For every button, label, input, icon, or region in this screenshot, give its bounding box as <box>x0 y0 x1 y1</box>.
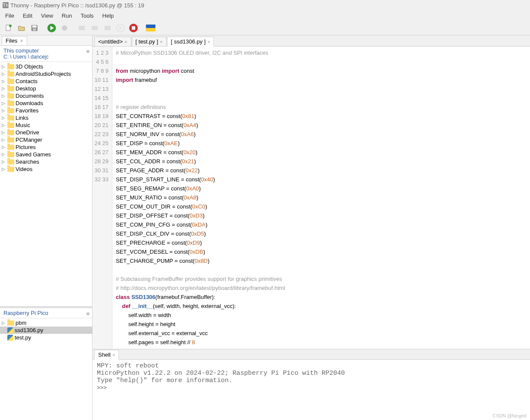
svg-text:Th: Th <box>3 3 8 8</box>
tree-item-label: 3D Objects <box>15 63 43 70</box>
tree-item-label: Links <box>15 115 28 121</box>
run-button[interactable] <box>46 22 58 34</box>
files-panel-tabbar: Files× <box>0 35 92 46</box>
tree-item[interactable]: ▷pbm <box>0 319 92 327</box>
menu-run[interactable]: Run <box>57 12 76 20</box>
expand-arrow-icon[interactable]: ▷ <box>2 64 6 69</box>
shell-output[interactable]: MPY: soft rebootMicroPython v1.22.2 on 2… <box>93 360 530 420</box>
save-button[interactable] <box>28 22 40 34</box>
step-out-button <box>102 22 114 34</box>
tree-item-label: Music <box>15 122 30 128</box>
tree-item[interactable]: ▷Videos <box>0 165 92 173</box>
tree-item[interactable]: ▷Desktop <box>0 85 92 92</box>
expand-arrow-icon[interactable]: ▷ <box>2 123 6 128</box>
files-location-title: This computer <box>3 47 89 54</box>
menu-view[interactable]: View <box>37 12 57 20</box>
expand-arrow-icon[interactable]: ▷ <box>2 86 6 91</box>
folder-icon <box>7 108 14 113</box>
support-ukraine-button[interactable] <box>145 22 157 34</box>
svg-rect-4 <box>32 25 37 28</box>
expand-arrow-icon[interactable]: ▷ <box>2 72 6 76</box>
expand-arrow-icon[interactable]: ▷ <box>2 115 6 120</box>
tree-item-label: Favorites <box>15 107 38 114</box>
python-file-icon <box>7 335 13 341</box>
tree-item-label: Contacts <box>15 78 37 84</box>
menu-help[interactable]: Help <box>98 12 118 20</box>
svg-rect-14 <box>146 25 155 28</box>
close-icon[interactable]: × <box>160 39 162 44</box>
menu-edit[interactable]: Edit <box>19 12 37 20</box>
editor-tab[interactable]: [ test.py ]× <box>132 37 167 47</box>
watermark: CSDN @fanged <box>493 413 527 418</box>
step-into-button <box>89 22 101 34</box>
folder-icon <box>7 123 14 128</box>
expand-arrow-icon[interactable]: ▷ <box>2 159 6 164</box>
files-panel-tab[interactable]: Files× <box>2 36 27 45</box>
files-tree[interactable]: ▷3D Objects▷AndroidStudioProjects▷Contac… <box>0 62 92 306</box>
editor-tab[interactable]: [ ssd1306.py ]× <box>167 37 214 47</box>
editor-tab[interactable]: <untitled>× <box>94 37 131 47</box>
close-icon[interactable]: × <box>20 37 23 44</box>
code-area[interactable]: # MicroPython SSD1306 OLED driver, I2C a… <box>112 47 530 349</box>
folder-icon <box>7 64 14 69</box>
expand-arrow-icon[interactable]: ▷ <box>2 320 6 325</box>
svg-rect-5 <box>33 28 36 31</box>
folder-icon <box>7 130 14 135</box>
tree-item[interactable]: ▷Contacts <box>0 78 92 85</box>
device-tree[interactable]: ▷pbmssd1306.pytest.py <box>0 318 92 420</box>
tree-item[interactable]: ▷OneDrive <box>0 129 92 136</box>
svg-rect-9 <box>92 26 98 30</box>
expand-arrow-icon[interactable]: ▷ <box>2 167 6 171</box>
line-number-gutter: 1 2 3 4 5 6 7 8 9 10 11 12 13 14 15 16 1… <box>93 47 112 349</box>
close-icon[interactable]: × <box>124 39 127 44</box>
left-sidebar: Files× This computer C: \ Users \ dancej… <box>0 35 93 420</box>
close-icon[interactable]: × <box>208 39 210 44</box>
expand-arrow-icon[interactable]: ▷ <box>2 108 6 113</box>
resume-button <box>115 22 127 34</box>
open-file-button[interactable] <box>15 22 28 34</box>
expand-arrow-icon[interactable]: ▷ <box>2 137 6 142</box>
svg-rect-10 <box>105 26 111 30</box>
tree-item[interactable]: ▷Links <box>0 114 92 121</box>
folder-icon <box>7 101 14 106</box>
shell-tabbar: Shell× <box>93 349 530 360</box>
tree-item[interactable]: ▷Favorites <box>0 107 92 114</box>
tree-item-label: pbm <box>15 320 26 326</box>
tree-item-label: test.py <box>15 334 31 341</box>
tree-item-label: ssd1306.py <box>15 327 43 333</box>
tree-item[interactable]: ▷Pictures <box>0 143 92 151</box>
window-titlebar: Th Thonny - Raspberry Pi Pico :: /ssd130… <box>0 0 530 10</box>
menu-file[interactable]: File <box>1 12 19 20</box>
close-icon[interactable]: × <box>112 352 115 358</box>
tree-item[interactable]: ▷Saved Games <box>0 151 92 158</box>
tree-item[interactable]: ssd1306.py <box>0 327 92 334</box>
expand-arrow-icon[interactable]: ▷ <box>2 130 6 135</box>
code-editor[interactable]: 1 2 3 4 5 6 7 8 9 10 11 12 13 14 15 16 1… <box>93 47 530 349</box>
editor-tabbar: <untitled>×[ test.py ]×[ ssd1306.py ]× <box>93 35 530 47</box>
tree-item[interactable]: ▷Downloads <box>0 100 92 107</box>
device-panel-menu-icon[interactable]: ≡ <box>86 311 90 317</box>
tree-item[interactable]: ▷3D Objects <box>0 63 92 70</box>
expand-arrow-icon[interactable]: ▷ <box>2 101 6 106</box>
tree-item-label: Desktop <box>15 85 36 92</box>
tree-item[interactable]: ▷Music <box>0 121 92 129</box>
new-file-button[interactable] <box>3 22 15 34</box>
tree-item[interactable]: ▷AndroidStudioProjects <box>0 70 92 78</box>
shell-tab[interactable]: Shell× <box>94 350 119 360</box>
tree-item[interactable]: test.py <box>0 334 92 341</box>
tree-item[interactable]: ▷PCManger <box>0 136 92 143</box>
menu-tools[interactable]: Tools <box>76 12 98 20</box>
files-header[interactable]: This computer C: \ Users \ dancejc ≡ <box>0 46 92 62</box>
expand-arrow-icon[interactable]: ▷ <box>2 145 6 149</box>
device-panel-header[interactable]: Raspberry Pi Pico ≡ <box>0 308 92 318</box>
stop-button[interactable] <box>127 22 139 34</box>
files-panel-menu-icon[interactable]: ≡ <box>86 48 90 55</box>
tree-item-label: Searches <box>15 159 39 165</box>
files-location-path: C: \ Users \ dancejc <box>3 54 89 60</box>
folder-icon <box>7 86 14 91</box>
tree-item[interactable]: ▷Searches <box>0 158 92 165</box>
expand-arrow-icon[interactable]: ▷ <box>2 93 6 98</box>
expand-arrow-icon[interactable]: ▷ <box>2 79 6 84</box>
expand-arrow-icon[interactable]: ▷ <box>2 152 6 157</box>
tree-item[interactable]: ▷Documents <box>0 92 92 100</box>
